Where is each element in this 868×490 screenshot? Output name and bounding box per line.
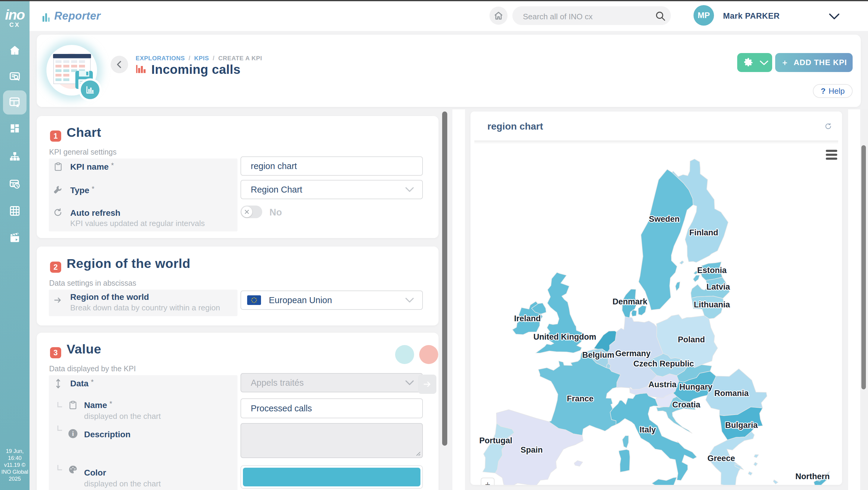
svg-text:Austria: Austria [648,380,677,389]
svg-text:Lithuania: Lithuania [694,300,730,309]
svg-text:Finland: Finland [689,228,718,237]
svg-text:Croatia: Croatia [672,400,701,409]
svg-text:United Kingdom: United Kingdom [533,332,596,341]
svg-text:France: France [567,394,594,403]
svg-text:Sweden: Sweden [649,215,680,224]
svg-text:Hungary: Hungary [679,382,712,392]
svg-text:Estonia: Estonia [697,266,727,275]
svg-text:Italy: Italy [640,425,656,434]
svg-text:Czech Republic: Czech Republic [633,359,694,368]
svg-text:Denmark: Denmark [613,297,648,306]
svg-text:Ireland: Ireland [514,314,541,323]
svg-text:Portugal: Portugal [479,436,513,445]
svg-text:Northern: Northern [795,472,830,481]
svg-text:Bulgaria: Bulgaria [725,421,758,430]
svg-text:Latvia: Latvia [707,282,730,292]
svg-text:Belgium: Belgium [582,350,615,360]
svg-text:Greece: Greece [707,454,735,463]
svg-text:Germany: Germany [615,349,650,358]
svg-text:Poland: Poland [678,335,705,344]
svg-text:Romania: Romania [714,389,749,398]
svg-text:Spain: Spain [521,446,543,454]
